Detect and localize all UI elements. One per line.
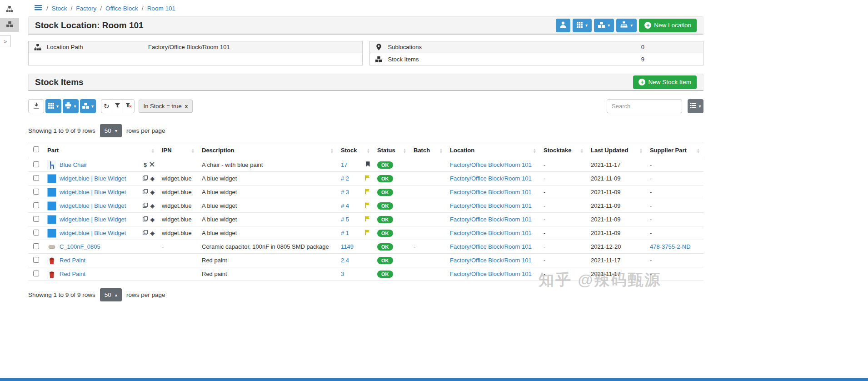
last-updated-cell: 2021-11-09 — [587, 213, 646, 226]
location-link[interactable]: Factory/Office Block/Room 101 — [450, 175, 532, 182]
sidebar-expand-button[interactable]: > — [0, 35, 11, 47]
column-header-location[interactable]: Location▲▼ — [446, 142, 540, 158]
part-link[interactable]: C_100nF_0805 — [60, 243, 100, 250]
location-link[interactable]: Factory/Office Block/Room 101 — [450, 257, 532, 264]
column-header-description[interactable]: Description▲▼ — [198, 142, 337, 158]
sort-icon[interactable]: ▲▼ — [191, 148, 195, 154]
checkbox-cell — [28, 213, 44, 226]
status-badge: OK — [377, 202, 393, 210]
list-icon — [690, 103, 696, 110]
row-checkbox[interactable] — [33, 257, 39, 263]
stock-actions-button[interactable]: ▾ — [80, 99, 96, 113]
stock-link[interactable]: # 4 — [341, 202, 349, 209]
download-icon — [33, 102, 40, 110]
sort-icon[interactable]: ▲▼ — [639, 148, 643, 154]
status-badge: OK — [377, 189, 393, 196]
location-link[interactable]: Factory/Office Block/Room 101 — [450, 230, 532, 236]
stock-link[interactable]: # 3 — [341, 189, 349, 196]
location-link[interactable]: Factory/Office Block/Room 101 — [450, 243, 532, 250]
sort-icon[interactable]: ▲▼ — [697, 148, 700, 154]
stock-link[interactable]: 1149 — [341, 243, 354, 250]
stock-link[interactable]: 2.4 — [341, 257, 349, 264]
breadcrumb-link[interactable]: Factory — [76, 5, 96, 12]
location-link[interactable]: Factory/Office Block/Room 101 — [450, 161, 532, 168]
sort-icon[interactable]: ▲▼ — [151, 148, 155, 154]
part-link[interactable]: widget.blue | Blue Widget — [60, 216, 126, 223]
part-link[interactable]: widget.blue | Blue Widget — [60, 202, 126, 209]
barcode-actions-button[interactable]: ▾ — [573, 19, 592, 32]
stock-link[interactable]: # 1 — [341, 230, 349, 236]
stock-link[interactable]: # 5 — [341, 216, 349, 223]
tools-icon — [150, 161, 155, 168]
filter-button[interactable] — [112, 99, 123, 113]
part-link[interactable]: widget.blue | Blue Widget — [60, 230, 126, 236]
sort-icon[interactable]: ▲▼ — [580, 148, 584, 154]
sidebar-stock-icon[interactable] — [0, 18, 19, 32]
sort-icon[interactable]: ▲▼ — [367, 148, 370, 154]
sort-icon[interactable]: ▲▼ — [330, 148, 334, 154]
main-content: /Stock/Factory/Office Block/Room 101 Sto… — [19, 0, 703, 315]
row-checkbox[interactable] — [33, 175, 39, 181]
column-header-part[interactable]: Part▲▼ — [44, 142, 158, 158]
row-checkbox[interactable] — [33, 243, 39, 249]
stock-cell: 1149 — [337, 240, 374, 254]
flag-icon — [365, 175, 370, 182]
sort-icon[interactable]: ▲▼ — [439, 148, 443, 154]
filter-chip[interactable]: In Stock = true x — [139, 100, 193, 113]
part-link[interactable]: Blue Chair — [60, 161, 87, 168]
stock-link[interactable]: 17 — [341, 161, 347, 168]
location-users-button[interactable] — [556, 19, 570, 32]
location-actions-button[interactable]: ▾ — [616, 19, 637, 32]
column-header-stock[interactable]: Stock▲▼ — [337, 142, 374, 158]
remove-filters-button[interactable] — [123, 99, 135, 113]
breadcrumb-link[interactable]: Room 101 — [147, 5, 175, 12]
select-all-checkbox[interactable] — [33, 146, 39, 152]
location-link[interactable]: Factory/Office Block/Room 101 — [450, 271, 532, 277]
row-checkbox[interactable] — [33, 202, 39, 208]
new-location-button[interactable]: +New Location — [639, 19, 697, 32]
row-checkbox[interactable] — [33, 271, 39, 276]
print-actions-button[interactable]: ▾ — [63, 99, 79, 113]
template-icon: ◈ — [150, 202, 155, 209]
download-button[interactable] — [28, 99, 44, 113]
column-header-ipn[interactable]: IPN▲▼ — [158, 142, 198, 158]
barcode-actions-button[interactable]: ▾ — [45, 99, 61, 113]
page-size-button[interactable]: 50▴ — [100, 288, 122, 301]
menu-icon[interactable] — [35, 5, 42, 12]
part-link[interactable]: widget.blue | Blue Widget — [60, 189, 126, 196]
template-icon: ◈ — [150, 216, 155, 223]
page-size-button[interactable]: 50▾ — [100, 124, 122, 137]
breadcrumb-link[interactable]: Office Block — [105, 5, 138, 12]
location-link[interactable]: Factory/Office Block/Room 101 — [450, 202, 532, 209]
sort-icon[interactable]: ▲▼ — [403, 148, 406, 154]
column-header-last-updated[interactable]: Last Updated▲▼ — [587, 142, 646, 158]
row-checkbox[interactable] — [33, 230, 39, 236]
breadcrumb-link[interactable]: Stock — [52, 5, 67, 12]
location-stats-card: Sublocations 0 Stock Items 9 — [369, 41, 704, 65]
supplier-part-link[interactable]: 478-3755-2-ND — [650, 243, 691, 250]
column-header-batch[interactable]: Batch▲▼ — [410, 142, 446, 158]
part-link[interactable]: Red Paint — [60, 257, 85, 264]
row-checkbox[interactable] — [33, 216, 39, 222]
column-header-stocktake[interactable]: Stocktake▲▼ — [540, 142, 587, 158]
column-header-supplier-part[interactable]: Supplier Part▲▼ — [646, 142, 703, 158]
stock-link[interactable]: # 2 — [341, 175, 349, 182]
row-checkbox[interactable] — [33, 161, 39, 167]
location-link[interactable]: Factory/Office Block/Room 101 — [450, 216, 532, 223]
pagination-bottom: Showing 1 to 9 of 9 rows 50▴ rows per pa… — [28, 288, 703, 301]
column-header-status[interactable]: Status▲▼ — [374, 142, 410, 158]
row-checkbox[interactable] — [33, 189, 39, 195]
widget-thumbnail — [47, 174, 56, 183]
filter-chip-remove[interactable]: x — [185, 103, 188, 110]
search-input[interactable] — [607, 99, 682, 113]
column-select-button[interactable]: ▾ — [688, 99, 703, 113]
sidebar-locations-icon[interactable] — [0, 3, 19, 16]
part-link[interactable]: Red Paint — [60, 271, 85, 277]
part-link[interactable]: widget.blue | Blue Widget — [60, 175, 126, 182]
stock-options-button[interactable]: ▾ — [594, 19, 614, 32]
sort-icon[interactable]: ▲▼ — [533, 148, 536, 154]
refresh-button[interactable]: ↻ — [101, 99, 112, 113]
location-link[interactable]: Factory/Office Block/Room 101 — [450, 189, 532, 196]
new-stock-item-button[interactable]: +New Stock Item — [633, 75, 697, 89]
stock-link[interactable]: 3 — [341, 271, 344, 277]
